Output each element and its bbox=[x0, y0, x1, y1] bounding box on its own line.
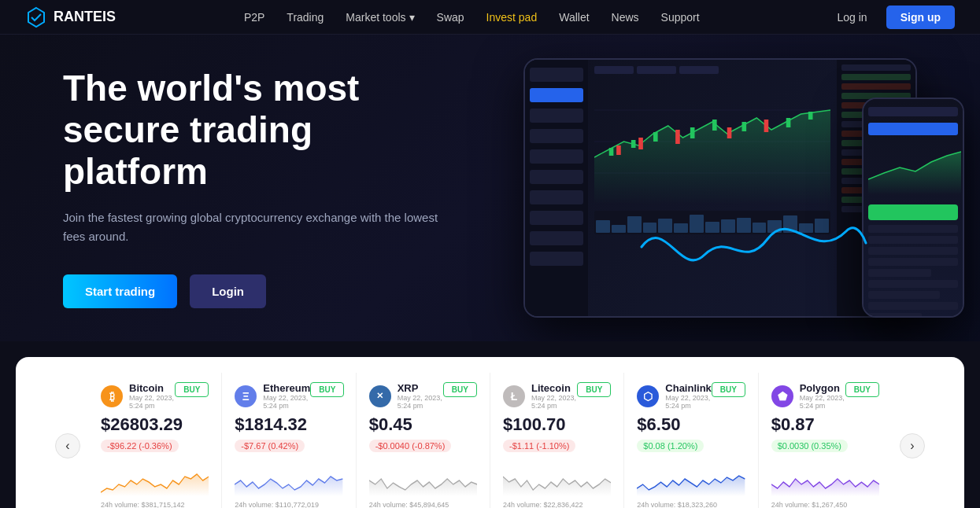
coin-chart bbox=[235, 457, 342, 496]
carousel-items: ₿ Bitcoin May 22, 2023, 5:24 pm BUY $268… bbox=[88, 373, 892, 508]
coin-volume: 24h volume: $1,267,450 bbox=[771, 501, 879, 508]
card-header: Ł Litecoin May 22, 2023, 5:24 pm BUY bbox=[503, 382, 611, 410]
svg-rect-6 bbox=[638, 138, 643, 149]
coin-date: May 22, 2023, 5:24 pm bbox=[263, 394, 310, 410]
carousel-next-button[interactable]: › bbox=[900, 433, 925, 458]
nav-news[interactable]: News bbox=[612, 11, 639, 24]
tablet-sidebar bbox=[525, 60, 588, 316]
hero-section: The world's most secure trading platform… bbox=[0, 35, 980, 341]
coin-change: -$1.11 (-1.10%) bbox=[503, 440, 575, 452]
coin-change: -$96.22 (-0.36%) bbox=[101, 440, 179, 452]
coin-volume: 24h volume: $45,894,645 bbox=[369, 501, 477, 508]
phone-mockup bbox=[862, 98, 964, 318]
decorative-wave bbox=[634, 200, 870, 294]
coin-volume: 24h volume: $110,772,019 bbox=[235, 501, 342, 508]
crypto-card-link: ⬡ Chainlink May 22, 2023, 5:24 pm BUY $6… bbox=[624, 373, 758, 508]
coin-volume: 24h volume: $18,323,260 bbox=[637, 501, 745, 508]
nav-support[interactable]: Support bbox=[661, 11, 700, 24]
logo-icon bbox=[25, 6, 47, 28]
coin-name: Bitcoin bbox=[129, 382, 175, 394]
coin-name-row: ⬡ Chainlink May 22, 2023, 5:24 pm bbox=[637, 382, 712, 410]
svg-rect-8 bbox=[727, 127, 732, 138]
coin-buy-button[interactable]: BUY bbox=[310, 382, 344, 397]
coin-price: $6.50 bbox=[637, 414, 745, 435]
svg-marker-21 bbox=[369, 479, 477, 496]
coin-name: XRP bbox=[398, 382, 443, 394]
coin-name-row: ✕ XRP May 22, 2023, 5:24 pm bbox=[369, 382, 443, 410]
coin-change: -$0.0040 (-0.87%) bbox=[369, 440, 452, 452]
coin-name: Chainlink bbox=[665, 382, 712, 394]
login-button[interactable]: Log in bbox=[828, 6, 877, 28]
login-hero-button[interactable]: Login bbox=[190, 274, 266, 308]
coin-volume: 24h volume: $381,715,142 bbox=[101, 501, 209, 508]
coin-price: $100.70 bbox=[503, 414, 611, 435]
nav-market-tools[interactable]: Market tools ▾ bbox=[346, 11, 414, 24]
coin-name-row: Ł Litecoin May 22, 2023, 5:24 pm bbox=[503, 382, 577, 410]
carousel-prev-button[interactable]: ‹ bbox=[55, 433, 80, 458]
crypto-card-eth: Ξ Ethereum May 22, 2023, 5:24 pm BUY $18… bbox=[222, 373, 356, 508]
brand-logo[interactable]: RANTEIS bbox=[25, 6, 116, 28]
coin-date: May 22, 2023, 5:24 pm bbox=[800, 394, 845, 410]
nav-trading[interactable]: Trading bbox=[287, 11, 324, 24]
card-header: ⬟ Polygon May 22, 2023, 5:24 pm BUY bbox=[771, 382, 879, 410]
svg-marker-0 bbox=[28, 8, 44, 27]
coin-price: $26803.29 bbox=[101, 414, 209, 435]
start-trading-button[interactable]: Start trading bbox=[63, 274, 177, 308]
signup-button[interactable]: Sign up bbox=[886, 6, 955, 29]
svg-rect-16 bbox=[786, 118, 791, 127]
coin-date: May 22, 2023, 5:24 pm bbox=[398, 394, 443, 410]
coin-chart bbox=[771, 457, 879, 496]
svg-rect-5 bbox=[616, 145, 621, 155]
coin-icon: ₿ bbox=[101, 385, 123, 407]
auth-buttons: Log in Sign up bbox=[828, 6, 955, 29]
coin-change: -$7.67 (0.42%) bbox=[235, 440, 305, 452]
crypto-card-ltc: Ł Litecoin May 22, 2023, 5:24 pm BUY $10… bbox=[490, 373, 624, 508]
coin-volume: 24h volume: $22,836,422 bbox=[503, 501, 611, 508]
card-header: ⬡ Chainlink May 22, 2023, 5:24 pm BUY bbox=[637, 382, 745, 410]
navbar: RANTEIS P2P Trading Market tools ▾ Swap … bbox=[0, 0, 980, 35]
svg-rect-7 bbox=[675, 130, 680, 144]
svg-marker-20 bbox=[235, 477, 342, 496]
hero-buttons: Start trading Login bbox=[63, 274, 441, 308]
card-header: ₿ Bitcoin May 22, 2023, 5:24 pm BUY bbox=[101, 382, 209, 410]
coin-buy-button[interactable]: BUY bbox=[175, 382, 209, 397]
coin-buy-button[interactable]: BUY bbox=[577, 382, 611, 397]
svg-rect-13 bbox=[690, 127, 695, 138]
coin-price: $0.87 bbox=[771, 414, 879, 435]
coin-name-row: Ξ Ethereum May 22, 2023, 5:24 pm bbox=[235, 382, 310, 410]
coin-change: $0.08 (1.20%) bbox=[637, 440, 704, 452]
coin-buy-button[interactable]: BUY bbox=[845, 382, 879, 397]
coin-icon: ⬡ bbox=[637, 385, 659, 407]
coin-name-row: ₿ Bitcoin May 22, 2023, 5:24 pm bbox=[101, 382, 175, 410]
card-header: Ξ Ethereum May 22, 2023, 5:24 pm BUY bbox=[235, 382, 342, 410]
nav-invest-pad[interactable]: Invest pad bbox=[486, 11, 538, 24]
coin-date: May 22, 2023, 5:24 pm bbox=[531, 394, 577, 410]
svg-rect-15 bbox=[742, 122, 747, 131]
svg-rect-9 bbox=[764, 120, 769, 132]
hero-title: The world's most secure trading platform bbox=[63, 68, 441, 193]
coin-buy-button[interactable]: BUY bbox=[712, 382, 745, 397]
coin-date: May 22, 2023, 5:24 pm bbox=[129, 394, 175, 410]
coin-chart bbox=[369, 457, 477, 496]
nav-swap[interactable]: Swap bbox=[437, 11, 464, 24]
coin-name: Litecoin bbox=[531, 382, 577, 394]
coin-chart bbox=[637, 457, 745, 496]
svg-rect-14 bbox=[712, 120, 717, 131]
coin-name: Ethereum bbox=[263, 382, 310, 394]
coin-price: $1814.32 bbox=[235, 414, 342, 435]
crypto-carousel: ‹ ₿ Bitcoin May 22, 2023, 5:24 pm BUY $2… bbox=[16, 357, 964, 508]
coin-icon: Ł bbox=[503, 385, 525, 407]
svg-rect-12 bbox=[653, 132, 658, 142]
coin-price: $0.45 bbox=[369, 414, 477, 435]
hero-content: The world's most secure trading platform… bbox=[63, 68, 441, 308]
coin-chart bbox=[101, 457, 209, 496]
nav-wallet[interactable]: Wallet bbox=[559, 11, 589, 24]
crypto-card-matic: ⬟ Polygon May 22, 2023, 5:24 pm BUY $0.8… bbox=[759, 373, 892, 508]
crypto-card-btc: ₿ Bitcoin May 22, 2023, 5:24 pm BUY $268… bbox=[88, 373, 222, 508]
coin-change: $0.0030 (0.35%) bbox=[771, 440, 848, 452]
coin-name: Polygon bbox=[800, 382, 845, 394]
coin-buy-button[interactable]: BUY bbox=[443, 382, 477, 397]
coin-date: May 22, 2023, 5:24 pm bbox=[665, 394, 712, 410]
coin-name-row: ⬟ Polygon May 22, 2023, 5:24 pm bbox=[771, 382, 845, 410]
nav-p2p[interactable]: P2P bbox=[244, 11, 264, 24]
